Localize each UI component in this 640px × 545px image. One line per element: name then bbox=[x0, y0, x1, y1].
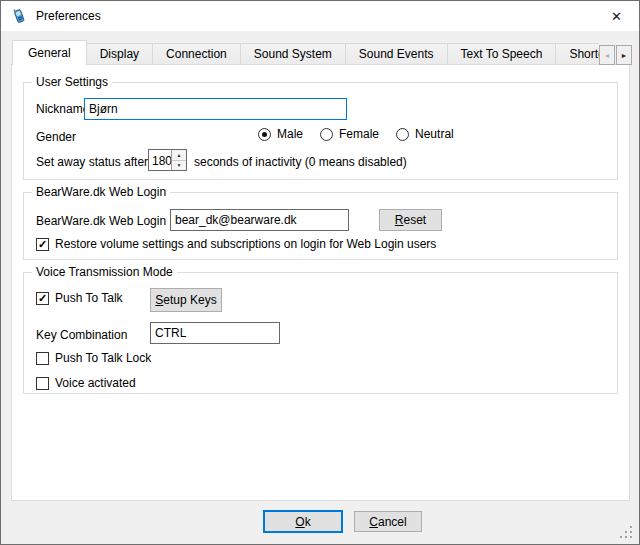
radio-neutral-label: Neutral bbox=[415, 127, 454, 141]
setup-keys-button[interactable]: Setup Keys bbox=[150, 288, 222, 312]
group-voice-transmission: Voice Transmission Mode ✓ Push To Talk S… bbox=[23, 272, 618, 394]
radio-neutral[interactable]: Neutral bbox=[396, 127, 454, 141]
close-icon[interactable]: ✕ bbox=[594, 1, 639, 31]
radio-neutral-circle bbox=[396, 128, 409, 141]
push-to-talk-label: Push To Talk bbox=[55, 291, 123, 305]
radio-male[interactable]: Male bbox=[258, 127, 303, 141]
spinner-buttons: ▲ ▼ bbox=[171, 150, 186, 170]
push-to-talk-checkbox-row[interactable]: ✓ Push To Talk bbox=[36, 291, 123, 305]
push-to-talk-checkbox[interactable]: ✓ bbox=[36, 292, 49, 305]
cancel-button[interactable]: Cancel bbox=[354, 511, 422, 532]
resize-grip[interactable] bbox=[620, 526, 632, 538]
gender-radio-group: Male Female Neutral bbox=[258, 127, 454, 141]
voice-activated-checkbox[interactable] bbox=[36, 377, 49, 390]
tab-text-to-speech[interactable]: Text To Speech bbox=[447, 43, 557, 65]
tab-connection[interactable]: Connection bbox=[152, 43, 241, 65]
key-combination-label: Key Combination bbox=[36, 327, 127, 343]
title-bar[interactable]: Preferences ✕ bbox=[1, 1, 639, 31]
restore-volume-label: Restore volume settings and subscription… bbox=[55, 237, 436, 251]
tab-scroll-left-icon[interactable]: ◄ bbox=[599, 45, 615, 65]
nickname-label: Nickname bbox=[36, 101, 89, 117]
radio-male-label: Male bbox=[277, 127, 303, 141]
radio-male-circle bbox=[258, 128, 271, 141]
web-login-id-input[interactable] bbox=[170, 209, 349, 231]
away-seconds-spinner[interactable]: ▲ ▼ bbox=[148, 149, 187, 171]
tab-general[interactable]: General bbox=[12, 40, 87, 65]
away-label: Set away status after bbox=[36, 154, 148, 170]
restore-volume-checkbox-row[interactable]: ✓ Restore volume settings and subscripti… bbox=[36, 237, 436, 251]
app-icon bbox=[11, 8, 27, 24]
key-combination-input[interactable] bbox=[150, 322, 280, 344]
nickname-input[interactable] bbox=[84, 98, 347, 120]
group-user-settings: User Settings Nickname Gender Male Femal… bbox=[23, 82, 618, 180]
dialog-footer: Ok Cancel bbox=[1, 499, 639, 544]
push-to-talk-lock-checkbox-row[interactable]: Push To Talk Lock bbox=[36, 351, 151, 365]
voice-activated-checkbox-row[interactable]: Voice activated bbox=[36, 376, 136, 390]
ok-button[interactable]: Ok bbox=[263, 510, 343, 533]
tab-display[interactable]: Display bbox=[86, 43, 153, 65]
gender-label: Gender bbox=[36, 129, 76, 145]
radio-female-circle bbox=[320, 128, 333, 141]
away-seconds-input[interactable] bbox=[149, 150, 171, 170]
web-login-id-label: BearWare.dk Web Login ID bbox=[36, 213, 181, 229]
restore-volume-checkbox[interactable]: ✓ bbox=[36, 238, 49, 251]
tab-shortcuts[interactable]: Shortcuts bbox=[555, 43, 599, 65]
radio-female[interactable]: Female bbox=[320, 127, 379, 141]
general-tab-pane: User Settings Nickname Gender Male Femal… bbox=[11, 64, 630, 501]
preferences-dialog: Preferences ✕ General Display Connection… bbox=[0, 0, 640, 545]
group-user-settings-title: User Settings bbox=[32, 75, 112, 89]
voice-activated-label: Voice activated bbox=[55, 376, 136, 390]
spin-up-icon[interactable]: ▲ bbox=[172, 150, 186, 161]
tab-sound-events[interactable]: Sound Events bbox=[345, 43, 448, 65]
away-suffix-label: seconds of inactivity (0 means disabled) bbox=[194, 154, 407, 170]
group-voice-transmission-title: Voice Transmission Mode bbox=[32, 265, 177, 279]
push-to-talk-lock-checkbox[interactable] bbox=[36, 352, 49, 365]
group-web-login-title: BearWare.dk Web Login bbox=[32, 185, 170, 199]
tab-sound-system[interactable]: Sound System bbox=[240, 43, 346, 65]
tab-scroll-right-icon[interactable]: ► bbox=[616, 45, 632, 65]
tab-bar: General Display Connection Sound System … bbox=[12, 40, 599, 65]
group-web-login: BearWare.dk Web Login BearWare.dk Web Lo… bbox=[23, 192, 618, 260]
spin-down-icon[interactable]: ▼ bbox=[172, 161, 186, 171]
radio-selected-dot bbox=[262, 132, 267, 137]
window-title: Preferences bbox=[36, 9, 101, 23]
radio-female-label: Female bbox=[339, 127, 379, 141]
reset-button[interactable]: Reset bbox=[379, 209, 442, 231]
push-to-talk-lock-label: Push To Talk Lock bbox=[55, 351, 151, 365]
